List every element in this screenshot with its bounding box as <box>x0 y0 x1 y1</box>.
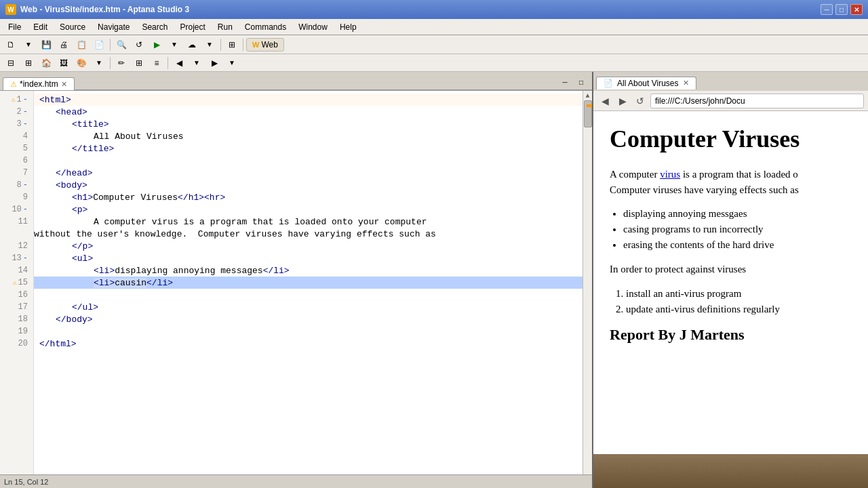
editor-scrollbar[interactable]: ▲ <box>583 91 592 474</box>
code-line-2: <head> <box>34 106 583 118</box>
code-line-9: <h1>Computer Viruses</h1><hr> <box>34 191 583 203</box>
minimize-button[interactable]: ─ <box>821 4 833 15</box>
menu-run[interactable]: Run <box>212 21 238 33</box>
line-num-15: ⚠15 <box>0 277 33 289</box>
layout-btn[interactable]: ⊞ <box>224 37 240 52</box>
color-dd[interactable]: ▼ <box>91 56 107 70</box>
browser-tab[interactable]: 📄 All About Viruses ✕ <box>596 77 696 89</box>
line-num-11b <box>0 228 33 240</box>
code-line-13: <ul> <box>34 252 583 264</box>
outdent-btn[interactable]: ⊞ <box>20 56 37 70</box>
browser-h1: Computer Viruses <box>610 125 852 153</box>
cursor-position: Ln 15, Col 12 <box>4 478 48 486</box>
run-btn[interactable]: ▶ <box>149 37 165 52</box>
fwd-btn[interactable]: ▶ <box>206 56 222 70</box>
image-btn[interactable]: 🖼 <box>56 56 72 70</box>
list-btn[interactable]: ≡ <box>149 56 165 70</box>
browser-tab-close-icon[interactable]: ✕ <box>683 79 689 87</box>
menu-commands[interactable]: Commands <box>239 21 292 33</box>
home-btn[interactable]: 🏠 <box>38 56 54 70</box>
code-line-19 <box>34 325 583 338</box>
line-num-3: 3- <box>0 118 33 130</box>
menu-edit[interactable]: Edit <box>28 21 53 33</box>
browser-para: A computer virus is a program that is lo… <box>610 167 852 197</box>
line-num-7: 7 <box>0 167 33 179</box>
code-line-6 <box>34 155 583 167</box>
menu-help[interactable]: Help <box>334 21 362 33</box>
menu-source[interactable]: Source <box>54 21 91 33</box>
browser-list-item-1: displaying annoying messgaes <box>623 208 852 220</box>
line-num-6: 6 <box>0 155 33 167</box>
web-label: Web <box>261 40 277 49</box>
line-num-5: 5 <box>0 142 33 155</box>
menu-file[interactable]: File <box>3 21 26 33</box>
back-dd[interactable]: ▼ <box>189 56 205 70</box>
table-btn[interactable]: ⊞ <box>131 56 147 70</box>
address-bar[interactable]: file:///C:/Users/john/Docu <box>650 94 864 108</box>
line-num-10: 10- <box>0 203 33 216</box>
line-num-13: 13- <box>0 252 33 264</box>
wrench-btn[interactable]: ▼ <box>201 37 218 52</box>
back-btn[interactable]: ◀ <box>171 56 187 70</box>
open-btn[interactable]: ▼ <box>20 37 37 52</box>
web-button[interactable]: W Web <box>246 38 284 52</box>
save-btn[interactable]: 💾 <box>38 37 54 52</box>
print-btn[interactable]: 🖨 <box>56 37 72 52</box>
new-btn[interactable]: 🗋 <box>3 37 19 52</box>
main-content: ⚠ *index.htm ✕ ─ □ ⚠1- 2- 3- 4 5 6 7 8- <box>0 72 868 488</box>
color-btn[interactable]: 🎨 <box>73 56 90 70</box>
code-line-11b: without the user's knowledge. Computer v… <box>34 228 583 240</box>
code-line-3: <title> <box>34 118 583 130</box>
minimize-editor-btn[interactable]: ─ <box>557 75 573 89</box>
paste-btn[interactable]: 📄 <box>91 37 107 52</box>
code-line-15: <li>causin</li> <box>34 277 583 289</box>
menu-project[interactable]: Project <box>174 21 210 33</box>
run-dd-btn[interactable]: ▼ <box>166 37 182 52</box>
search-btn[interactable]: 🔍 <box>113 37 130 52</box>
browser-content: Computer Viruses A computer virus is a p… <box>593 111 868 454</box>
code-editor[interactable]: ⚠1- 2- 3- 4 5 6 7 8- 9 10- 11 12 13- 14 … <box>0 91 592 474</box>
editor-tab-label: *index.htm <box>20 79 58 89</box>
menu-window[interactable]: Window <box>293 21 333 33</box>
sep3 <box>243 39 243 51</box>
code-content[interactable]: <html> <head> <title> All About Viruses … <box>34 91 583 474</box>
refresh-nav-btn[interactable]: ↺ <box>633 94 648 108</box>
close-button[interactable]: ✕ <box>850 4 863 15</box>
line-num-17: 17 <box>0 301 33 313</box>
scroll-indicator <box>587 104 592 107</box>
sep2 <box>220 39 221 51</box>
code-line-20: </html> <box>34 338 583 350</box>
browser-para2: Computer viruses have varying effects su… <box>610 184 799 195</box>
editor-panel: ⚠ *index.htm ✕ ─ □ ⚠1- 2- 3- 4 5 6 7 8- <box>0 72 593 488</box>
tab-close-icon[interactable]: ✕ <box>61 80 67 89</box>
menu-navigate[interactable]: Navigate <box>92 21 135 33</box>
code-line-18: </body> <box>34 313 583 325</box>
back-nav-btn[interactable]: ◀ <box>597 94 612 108</box>
line-num-2: 2- <box>0 106 33 118</box>
code-line-17: </ul> <box>34 301 583 313</box>
browser-bottom-image <box>593 454 868 488</box>
copy-btn[interactable]: 📋 <box>73 37 90 52</box>
editor-status-bar: Ln 15, Col 12 <box>0 474 592 488</box>
code-line-11: A computer virus is a program that is lo… <box>34 216 583 228</box>
scroll-up[interactable]: ▲ <box>583 91 592 100</box>
virus-link[interactable]: virus <box>660 169 680 180</box>
browser-list: displaying annoying messgaes casing prog… <box>623 208 852 251</box>
indent-btn[interactable]: ⊟ <box>3 56 19 70</box>
forward-nav-btn[interactable]: ▶ <box>615 94 630 108</box>
line-num-1: ⚠1- <box>0 94 33 106</box>
menu-search[interactable]: Search <box>136 21 173 33</box>
code-line-16 <box>34 289 583 301</box>
cloud-btn[interactable]: ☁ <box>184 37 200 52</box>
maximize-editor-btn[interactable]: □ <box>573 75 589 89</box>
line-num-12: 12 <box>0 240 33 252</box>
browser-panel: 📄 All About Viruses ✕ ◀ ▶ ↺ file:///C:/U… <box>593 72 868 488</box>
refresh-btn[interactable]: ↺ <box>131 37 147 52</box>
pencil-btn[interactable]: ✏ <box>113 56 130 70</box>
code-line-10: <p> <box>34 203 583 216</box>
maximize-button[interactable]: □ <box>835 4 848 15</box>
editor-tab-index[interactable]: ⚠ *index.htm ✕ <box>3 77 75 90</box>
fwd-dd[interactable]: ▼ <box>224 56 240 70</box>
window-title: Web - VirusSite/index.htm - Aptana Studi… <box>20 5 189 14</box>
browser-navbar: ◀ ▶ ↺ file:///C:/Users/john/Docu <box>593 91 868 111</box>
